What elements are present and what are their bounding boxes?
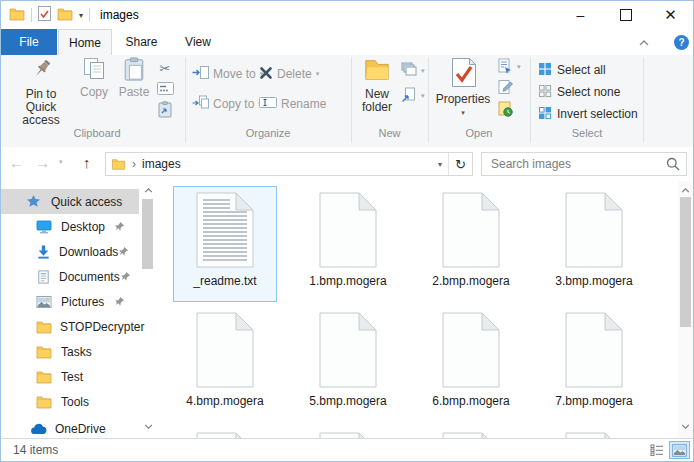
desktop-icon [36, 219, 53, 235]
sidebar-item-downloads[interactable]: Downloads [1, 239, 139, 264]
properties-button[interactable]: Properties ▾ [434, 57, 492, 119]
new-item-button[interactable]: ▾ [401, 61, 425, 81]
easy-access-button[interactable]: ▾ [401, 86, 425, 106]
sidebar-item-label: Quick access [51, 195, 122, 209]
breadcrumb-folder[interactable]: images [142, 157, 181, 171]
chevron-down-icon: ▾ [421, 67, 425, 75]
item-count: 14 items [13, 443, 58, 457]
sidebar-item-tasks[interactable]: Tasks [1, 339, 139, 364]
up-button[interactable]: ↑ [83, 154, 91, 171]
sidebar-scrollbar[interactable] [140, 181, 156, 441]
file-name: 6.bmp.mogera [432, 394, 509, 408]
folder-icon [36, 319, 52, 335]
search-input[interactable] [489, 156, 666, 172]
file-item[interactable]: _readme.txt [173, 186, 277, 302]
easy-access-icon [401, 87, 417, 106]
recent-locations-dropdown[interactable]: ▾ [59, 158, 63, 166]
invert-selection-button[interactable]: Invert selection [538, 105, 638, 123]
button-label: Invert selection [557, 107, 638, 121]
sidebar-item-desktop[interactable]: Desktop [1, 214, 139, 239]
paste-button[interactable]: Paste [114, 57, 154, 99]
pin-to-quick-access-button[interactable]: Pin to Quick access [9, 57, 73, 127]
sidebar-item-label: Tasks [61, 345, 92, 359]
sidebar-item-documents[interactable]: Documents [1, 264, 139, 289]
select-none-button[interactable]: Select none [538, 83, 620, 101]
qat-properties-button[interactable] [38, 6, 51, 24]
scroll-down-icon[interactable] [140, 419, 156, 433]
window-title: images [100, 8, 139, 22]
qat-customize-dropdown[interactable]: ▾ [79, 11, 83, 20]
chevron-down-icon: ▾ [316, 70, 320, 78]
tab-view[interactable]: View [171, 29, 225, 55]
sidebar-item-label: Pictures [61, 295, 104, 309]
sidebar-item-tools[interactable]: Tools [1, 389, 139, 414]
file-item[interactable]: 7.bmp.mogera [542, 306, 646, 422]
help-icon[interactable]: ? [674, 35, 689, 50]
button-label: Select none [557, 85, 620, 99]
file-item[interactable]: 4.bmp.mogera [173, 306, 277, 422]
tab-file[interactable]: File [1, 29, 57, 55]
documents-icon [36, 269, 51, 285]
copy-button[interactable]: Copy [75, 57, 113, 99]
address-dropdown-icon[interactable]: ▾ [438, 160, 442, 169]
details-view-button[interactable] [646, 441, 667, 459]
copy-to-button[interactable]: Copy to ▾ [191, 94, 262, 114]
sidebar-item-stopdecrypter[interactable]: STOPDecrypter [1, 314, 139, 339]
cut-button[interactable]: ✂ [155, 59, 175, 77]
file-item[interactable]: 5.bmp.mogera [296, 306, 400, 422]
search-icon [666, 157, 680, 171]
file-item[interactable]: 1.bmp.mogera [296, 186, 400, 302]
content-scrollbar[interactable] [678, 181, 693, 441]
paste-shortcut-button[interactable] [155, 102, 175, 120]
close-button[interactable]: ✕ [648, 1, 693, 28]
sidebar-item-test[interactable]: Test [1, 364, 139, 389]
scroll-up-icon[interactable] [678, 183, 693, 197]
rename-icon [259, 96, 277, 112]
button-label: Paste [119, 86, 150, 99]
sidebar-item-label: Downloads [59, 245, 118, 259]
file-item[interactable]: 3.bmp.mogera [542, 186, 646, 302]
move-to-button[interactable]: Move to ▾ [191, 64, 263, 84]
file-item[interactable]: 2.bmp.mogera [419, 186, 523, 302]
sidebar-item-pictures[interactable]: Pictures [1, 289, 139, 314]
refresh-button[interactable]: ↻ [449, 157, 472, 172]
rename-button[interactable]: Rename [259, 94, 326, 114]
back-button[interactable]: ← [9, 154, 24, 171]
tab-share[interactable]: Share [113, 29, 170, 55]
tab-home[interactable]: Home [58, 29, 112, 55]
minimize-button[interactable]: – [558, 1, 603, 28]
ribbon: Pin to Quick access Copy Paste ✂ [1, 55, 693, 148]
group-label-clipboard: Clipboard [9, 127, 185, 143]
qat-new-folder-button[interactable] [57, 6, 73, 25]
copy-path-button[interactable] [155, 81, 175, 99]
file-item[interactable]: 6.bmp.mogera [419, 306, 523, 422]
history-button[interactable] [495, 101, 515, 119]
select-all-button[interactable]: Select all [538, 61, 606, 79]
star-icon [26, 194, 43, 210]
scroll-down-icon[interactable] [678, 419, 693, 433]
scrollbar-thumb[interactable] [142, 199, 153, 269]
search-box[interactable] [481, 152, 687, 176]
large-icons-view-button[interactable] [669, 441, 690, 459]
file-name: 2.bmp.mogera [432, 274, 509, 288]
delete-button[interactable]: Delete ▾ [259, 64, 319, 84]
sidebar-item-label: STOPDecrypter [60, 320, 144, 334]
edit-button[interactable] [495, 79, 515, 97]
new-folder-button[interactable]: New folder [353, 57, 401, 114]
open-button[interactable]: ▾ [497, 57, 521, 77]
main-area: Quick accessDesktopDownloadsDocumentsPic… [1, 181, 693, 441]
paste-shortcut-icon [158, 101, 172, 121]
scrollbar-thumb[interactable] [680, 197, 691, 327]
maximize-button[interactable] [603, 1, 648, 28]
forward-button[interactable]: → [35, 154, 50, 171]
sidebar-item-quick-access[interactable]: Quick access [1, 189, 139, 214]
separator [89, 8, 90, 22]
select-all-icon [538, 62, 552, 79]
button-label: Rename [281, 97, 326, 111]
collapse-ribbon-button[interactable] [635, 36, 653, 50]
address-bar[interactable]: › images ▾ ↻ [105, 152, 473, 176]
folder-icon [36, 394, 53, 410]
file-name: 4.bmp.mogera [186, 394, 263, 408]
scroll-up-icon[interactable] [140, 183, 156, 197]
blank-file-icon [442, 312, 500, 390]
